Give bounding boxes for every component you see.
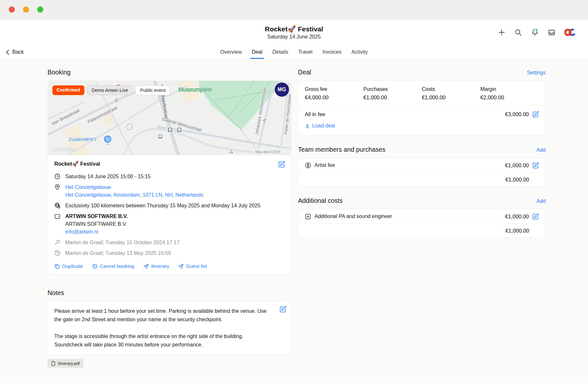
send-icon xyxy=(143,264,149,269)
page-subtitle: Saturday 14 June 2025 xyxy=(267,34,321,40)
modified-by-row: Marlon de Graaf, Tuesday 13 May 2025 10:… xyxy=(54,249,285,257)
modified-by: Marlon de Graaf, Tuesday 13 May 2025 10:… xyxy=(65,249,171,257)
search-icon[interactable] xyxy=(514,28,522,36)
status-badge-confirmed[interactable]: Confirmed xyxy=(52,85,84,95)
avatar[interactable]: MG xyxy=(275,82,289,97)
deal-heading: Deal xyxy=(298,69,311,76)
tag-badge-demo-artwin-live: Demo Artwin Live xyxy=(87,85,133,95)
venue-address-link[interactable]: Het Concertgebouw, Amsterdam, 1071 LN, N… xyxy=(65,192,203,198)
booking-heading: Booking xyxy=(48,69,70,76)
edit-booking-icon[interactable] xyxy=(278,161,285,168)
edit-team-row-icon[interactable] xyxy=(532,162,539,169)
guest-list-button[interactable]: Guest list xyxy=(178,263,207,269)
deal-summary-col: Margin €2,000.00 xyxy=(480,86,539,101)
additional-costs-total: €1,000.00 xyxy=(298,224,545,238)
additional-costs-add-link[interactable]: Add xyxy=(537,198,546,204)
team-row: Artist fee €1,000.00 xyxy=(298,158,545,172)
cancel-booking-button[interactable]: Cancel booking xyxy=(92,263,134,269)
magic-wand-icon xyxy=(54,239,61,246)
app-header: Rocket🚀 Festival Saturday 14 June 2025 xyxy=(0,19,588,45)
tab-travel[interactable]: Travel xyxy=(297,45,314,59)
clock-icon xyxy=(54,173,61,181)
team-add-link[interactable]: Add xyxy=(537,147,546,153)
deal-summary-col: Costs €1,000.00 xyxy=(422,86,480,101)
created-by: Marlon de Graaf, Tuesday 15 October 2024… xyxy=(65,239,179,246)
globe-lock-icon xyxy=(54,202,61,210)
deal-settings-link[interactable]: Settings xyxy=(527,70,546,76)
booking-badges: Confirmed Demo Artwin Live Public event xyxy=(52,85,170,95)
tab-activity[interactable]: Activity xyxy=(350,45,369,59)
edit-notes-icon[interactable] xyxy=(279,306,286,313)
add-icon[interactable] xyxy=(498,28,506,36)
tab-invoices[interactable]: Invoices xyxy=(321,45,343,59)
window-zoom-button[interactable] xyxy=(37,6,43,13)
brand-logo[interactable] xyxy=(564,28,576,37)
notes-paragraph: Please arrive at least 1 hour before you… xyxy=(54,307,273,324)
booking-actions: Duplicate Cancel booking Itinerary Guest… xyxy=(54,260,285,269)
map-park-label: Museumplein xyxy=(178,86,212,93)
company-contact: ARTWIN SOFTWARE B.V. xyxy=(65,221,127,227)
booking-datetime: Saturday 14 June 2025 15:00 - 15:15 xyxy=(65,173,151,181)
deal-summary-col: Gross fee €4,000.00 xyxy=(305,86,363,101)
map-attribution: Map data ©2025 xyxy=(255,150,281,154)
duplicate-button[interactable]: Duplicate xyxy=(54,263,83,269)
itinerary-button[interactable]: Itinerary xyxy=(143,263,169,269)
deal-card: Gross fee €4,000.00 Purchases €1,000.00 … xyxy=(298,81,546,136)
bell-icon[interactable] xyxy=(531,28,539,37)
transit-stop-icon[interactable] xyxy=(158,134,163,139)
deal-summary-col: Purchases €1,000.00 xyxy=(363,86,422,101)
booking-venue-row: Het Concertgebouw Het Concertgebouw, Ams… xyxy=(54,183,285,199)
map-pin-icon xyxy=(54,183,61,199)
wallet-icon xyxy=(54,213,61,236)
transit-stop-icon[interactable] xyxy=(176,127,182,133)
inbox-icon[interactable] xyxy=(548,28,556,37)
tag-badge-public-event: Public event xyxy=(135,85,170,95)
team-row-value: €1,000.00 xyxy=(505,162,529,169)
additional-costs-heading: Additional costs xyxy=(298,197,343,204)
booking-company-row: ARTWIN SOFTWARE B.V. ARTWIN SOFTWARE B.V… xyxy=(54,213,285,236)
venue-name-link[interactable]: Het Concertgebouw xyxy=(65,184,111,190)
document-icon xyxy=(51,361,56,366)
google-logo: Google xyxy=(52,145,75,153)
booking-exclusivity-row: Exclusivity 100 kilometers between Thurs… xyxy=(54,202,285,210)
booking-title: Rocket🚀 Festival xyxy=(54,161,100,167)
window-minimize-button[interactable] xyxy=(23,6,29,13)
team-total: €1,000.00 xyxy=(298,172,545,187)
load-deal-link[interactable]: Load deal xyxy=(305,123,335,129)
team-heading: Team members and purchases xyxy=(298,146,385,153)
window-titlebar xyxy=(0,0,588,19)
history-icon xyxy=(54,249,61,257)
company-email-link[interactable]: info@artwin.nl xyxy=(65,229,98,235)
tab-bar: Overview Deal Details Travel Invoices Ac… xyxy=(0,45,588,59)
edit-all-in-fee-icon[interactable] xyxy=(532,111,539,118)
created-by-row: Marlon de Graaf, Tuesday 15 October 2024… xyxy=(54,239,285,246)
download-icon xyxy=(305,123,310,128)
plus-square-icon xyxy=(305,213,311,220)
edit-additional-cost-icon[interactable] xyxy=(532,213,539,220)
page-title: Rocket🚀 Festival xyxy=(265,25,323,33)
company-name: ARTWIN SOFTWARE B.V. xyxy=(65,213,128,219)
tab-overview[interactable]: Overview xyxy=(219,45,243,59)
send-icon xyxy=(178,264,184,269)
notes-heading: Notes xyxy=(48,289,64,297)
team-card: Artist fee €1,000.00 €1,000.00 xyxy=(298,158,546,187)
attachment-chip[interactable]: Itinerary.pdf xyxy=(48,359,83,368)
team-row-label: Artist fee xyxy=(315,162,335,168)
booking-datetime-row: Saturday 14 June 2025 15:00 - 15:15 xyxy=(54,173,285,181)
venue-map[interactable]: Van Breestraat Palestrinastraat Van Baer… xyxy=(48,81,291,155)
duplicate-icon xyxy=(54,264,60,269)
additional-costs-card: Additional PA and sound engineer €1,000.… xyxy=(298,209,546,238)
tab-deal[interactable]: Deal xyxy=(251,45,264,59)
map-poi-label[interactable]: ZuiderMRKT xyxy=(69,137,97,142)
all-in-fee-value: €3,000.00 xyxy=(505,111,529,117)
additional-cost-label: Additional PA and sound engineer xyxy=(315,213,392,219)
all-in-fee-label: All in fee xyxy=(305,111,325,117)
notes-card: Please arrive at least 1 hour before you… xyxy=(48,301,291,355)
transit-stop-icon[interactable] xyxy=(167,127,173,133)
cancel-icon xyxy=(92,264,98,269)
navigation-bar: Back Overview Deal Details Travel Invoic… xyxy=(0,45,588,59)
booking-exclusivity: Exclusivity 100 kilometers between Thurs… xyxy=(65,202,261,210)
booking-card: Van Breestraat Palestrinastraat Van Baer… xyxy=(48,81,291,274)
tab-details[interactable]: Details xyxy=(271,45,290,59)
window-close-button[interactable] xyxy=(9,6,15,13)
